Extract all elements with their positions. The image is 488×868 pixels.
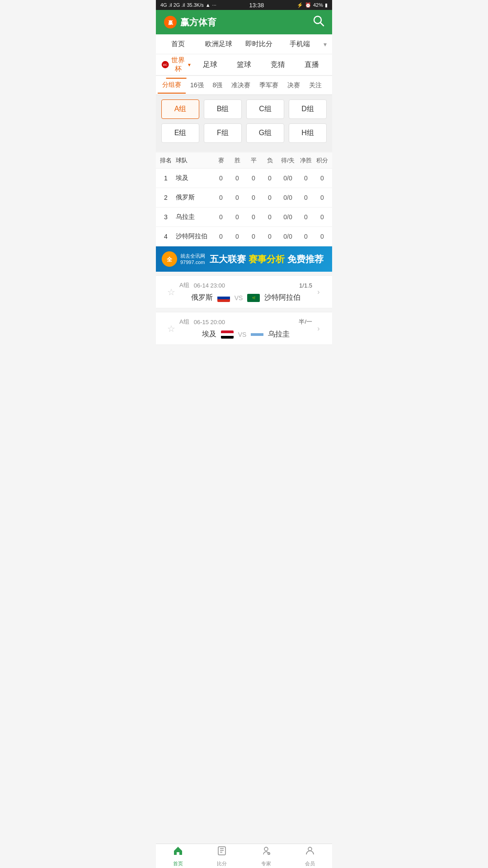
svg-line-3 [320, 23, 324, 26]
match-1-group: A组 [179, 281, 189, 289]
row1-points: 0 [314, 175, 330, 182]
table-row: 1 埃及 0 0 0 0 0/0 0 0 [156, 169, 332, 188]
group-a-button[interactable]: A组 [161, 99, 199, 119]
match-1-odds: 1/1.5 [299, 282, 312, 289]
row4-lose: 0 [262, 233, 278, 240]
match-1-teams: 俄罗斯 VS 🌿 沙特阿拉伯 [179, 293, 312, 302]
svg-text:全: 全 [166, 256, 173, 263]
row2-lose: 0 [262, 194, 278, 201]
round-tab-final[interactable]: 决赛 [283, 78, 305, 93]
nav-mobile[interactable]: 手机端 [279, 34, 320, 54]
nav-live-score[interactable]: 即时比分 [239, 34, 280, 54]
row3-lose: 0 [262, 213, 278, 221]
match-2-favorite-button[interactable]: ☆ [163, 323, 179, 334]
group-h-button[interactable]: H组 [289, 123, 327, 143]
row2-win: 0 [229, 194, 245, 201]
svg-text:赢: 赢 [168, 20, 173, 25]
nav-euro-football[interactable]: 欧洲足球 [198, 34, 239, 54]
row3-draw: 0 [245, 213, 262, 221]
header-points: 积分 [314, 156, 330, 165]
row1-lose: 0 [262, 175, 278, 182]
search-button[interactable] [312, 14, 325, 30]
row2-played: 0 [213, 194, 229, 201]
signal-icon: 4G .il 2G .il [160, 2, 185, 8]
row4-played: 0 [213, 233, 229, 240]
group-f-button[interactable]: F组 [204, 123, 242, 143]
round-tab-16[interactable]: 16强 [186, 78, 208, 93]
round-tab-semi[interactable]: 准决赛 [227, 78, 255, 93]
row2-netgoal: 0 [298, 194, 314, 201]
row2-rank: 2 [158, 194, 174, 201]
banner-mascot-icon: 全 [161, 251, 178, 267]
match-2-date: 06-15 20:00 [194, 319, 225, 326]
row1-netgoal: 0 [298, 175, 314, 182]
app-header: 赢 赢方体育 [156, 10, 332, 34]
round-tab-group[interactable]: 分组赛 [158, 77, 186, 94]
round-tab-third[interactable]: 季军赛 [255, 78, 283, 93]
header-team: 球队 [174, 156, 213, 165]
standings-table: 排名 球队 赛 胜 平 负 得/失 净胜 积分 1 埃及 0 0 0 0 0/0… [156, 153, 332, 246]
ad-banner[interactable]: 全 就去全讯网 97997.com 五大联赛 赛事分析 免费推荐 [156, 246, 332, 272]
match-1-vs: VS [235, 294, 243, 302]
row1-team: 埃及 [174, 174, 213, 182]
match-1-home-team: 俄罗斯 [191, 293, 213, 302]
tab-football[interactable]: 足球 [193, 56, 227, 74]
svg-text:WC: WC [163, 63, 168, 66]
header-played: 赛 [213, 156, 229, 165]
match-card-1-row: ☆ A组 06-14 23:00 1/1.5 俄罗斯 VS 🌿 沙特阿拉伯 › [163, 281, 325, 302]
group-d-button[interactable]: D组 [289, 99, 327, 119]
group-c-button[interactable]: C组 [246, 99, 284, 119]
battery-text: 42% [313, 2, 323, 8]
row2-points: 0 [314, 194, 330, 201]
row4-goaldiff: 0/0 [278, 233, 298, 240]
header-win: 胜 [229, 156, 245, 165]
row3-team: 乌拉圭 [174, 213, 213, 221]
nav-more-button[interactable]: ▾ [320, 35, 330, 53]
active-arrow: ▼ [187, 62, 192, 67]
world-cup-icon: WC [161, 60, 169, 70]
tab-live[interactable]: 直播 [295, 56, 328, 74]
row3-rank: 3 [158, 213, 174, 221]
row1-rank: 1 [158, 175, 174, 182]
tab-predict[interactable]: 竞猜 [261, 56, 295, 74]
match-2-away-team: 乌拉圭 [268, 330, 290, 339]
match-2-detail-button[interactable]: › [312, 325, 325, 333]
match-1-content: A组 06-14 23:00 1/1.5 俄罗斯 VS 🌿 沙特阿拉伯 [179, 281, 312, 302]
status-time: 13:38 [249, 2, 264, 9]
egypt-flag-icon [221, 330, 234, 339]
group-section: A组 B组 C组 D组 E组 F组 G组 H组 [156, 95, 332, 152]
round-tab-8[interactable]: 8强 [208, 78, 227, 93]
match-2-group: A组 [179, 318, 189, 326]
row4-points: 0 [314, 233, 330, 240]
tab-basketball[interactable]: 篮球 [227, 56, 261, 74]
status-right: ⚡ ⏰ 42% ▮ [297, 2, 328, 8]
match-2-content: A组 06-15 20:00 半/一 埃及 VS 乌拉圭 [179, 318, 312, 339]
round-tab-follow[interactable]: 关注 [305, 78, 326, 93]
group-b-button[interactable]: B组 [204, 99, 242, 119]
russia-flag-icon [217, 294, 230, 302]
match-1-detail-button[interactable]: › [312, 288, 325, 296]
tab-world-cup[interactable]: WC 世界杯 ▼ [160, 52, 193, 78]
match-2-meta: A组 06-15 20:00 半/一 [179, 318, 312, 326]
banner-main-text: 五大联赛 赛事分析 免费推荐 [210, 253, 324, 265]
banner-text1: 五大联赛 [210, 253, 246, 265]
match-2-odds: 半/一 [299, 318, 312, 326]
status-bar: 4G .il 2G .il 35.3K/s ▲ ··· 13:38 ⚡ ⏰ 42… [156, 0, 332, 10]
logo-icon: 赢 [163, 15, 178, 29]
row3-points: 0 [314, 213, 330, 221]
row4-netgoal: 0 [298, 233, 314, 240]
group-g-button[interactable]: G组 [246, 123, 284, 143]
match-2-home-team: 埃及 [202, 330, 216, 339]
match-2-teams: 埃及 VS 乌拉圭 [179, 330, 312, 339]
group-e-button[interactable]: E组 [161, 123, 199, 143]
app-name: 赢方体育 [180, 16, 216, 28]
bluetooth-icon: ⚡ [297, 2, 303, 8]
header-net-goal: 净胜 [298, 156, 314, 165]
row4-rank: 4 [158, 233, 174, 240]
row1-draw: 0 [245, 175, 262, 182]
nav-home[interactable]: 首页 [158, 34, 198, 54]
match-1-favorite-button[interactable]: ☆ [163, 287, 179, 297]
table-row: 3 乌拉圭 0 0 0 0 0/0 0 0 [156, 208, 332, 227]
row1-played: 0 [213, 175, 229, 182]
saudi-flag-icon: 🌿 [247, 294, 260, 302]
